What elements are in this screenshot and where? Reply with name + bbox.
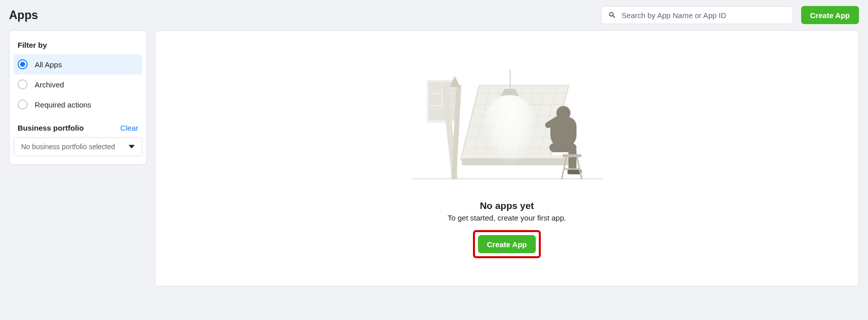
empty-state-subtitle: To get started, create your first app. (448, 214, 566, 222)
search-icon (608, 11, 616, 19)
clear-portfolio-link[interactable]: Clear (120, 124, 138, 132)
portfolio-title: Business portfolio (18, 124, 84, 132)
header-actions: Create App (601, 6, 859, 24)
filter-required-actions[interactable]: Required actions (14, 94, 142, 115)
filter-all-apps[interactable]: All Apps (14, 54, 142, 74)
content-layout: Filter by All Apps Archived Required act… (0, 30, 868, 295)
filter-label: All Apps (35, 60, 62, 69)
radio-icon (18, 99, 28, 110)
caret-down-icon (129, 144, 135, 150)
empty-state-title: No apps yet (480, 200, 534, 211)
create-app-button[interactable]: Create App (801, 6, 859, 24)
create-app-button-main[interactable]: Create App (478, 235, 536, 253)
main-panel: No apps yet To get started, create your … (155, 30, 859, 286)
portfolio-select[interactable]: No business portfolio selected (14, 137, 142, 156)
tutorial-highlight: Create App (473, 230, 541, 258)
filter-label: Required actions (35, 100, 91, 109)
filter-by-label: Filter by (14, 39, 142, 54)
empty-state-illustration (412, 70, 603, 185)
filter-label: Archived (35, 80, 64, 89)
radio-icon (18, 59, 28, 69)
radio-icon (18, 79, 28, 89)
filter-sidebar: Filter by All Apps Archived Required act… (9, 30, 147, 165)
portfolio-selected-value: No business portfolio selected (21, 143, 115, 151)
page-title: Apps (9, 9, 38, 22)
filter-archived[interactable]: Archived (14, 74, 142, 94)
search-input[interactable] (601, 6, 793, 24)
portfolio-header: Business portfolio Clear (14, 115, 142, 137)
search-field[interactable] (601, 6, 793, 24)
page-header: Apps Create App (0, 0, 868, 30)
